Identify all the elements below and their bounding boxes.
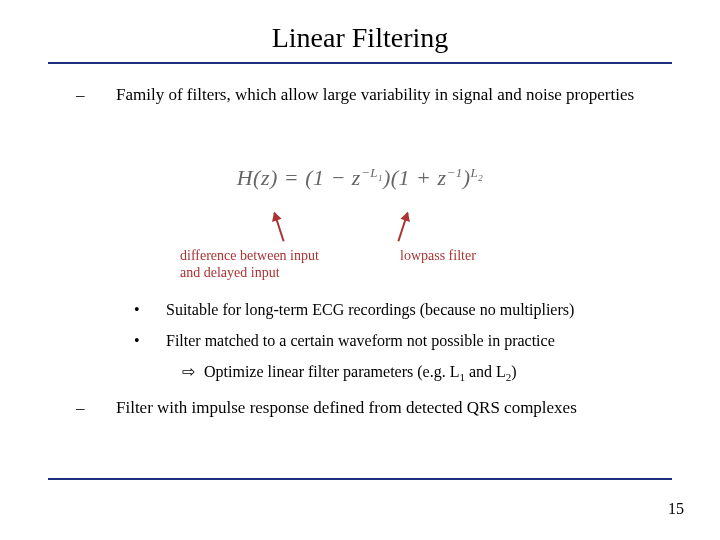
- formula-rhs: ): [463, 165, 471, 190]
- formula-mid: )(1 + z: [383, 165, 447, 190]
- annotations: difference between input and delayed inp…: [0, 200, 720, 290]
- formula-block: H(z) = (1 − z−L1)(1 + z−1)L2: [0, 165, 720, 191]
- bullet-filter-matched: •Filter matched to a certain waveform no…: [150, 329, 670, 354]
- content-block: –Family of filters, which allow large va…: [96, 84, 656, 113]
- page-number: 15: [668, 500, 684, 518]
- annotation-left-line2: and delayed input: [180, 265, 280, 280]
- arrow-glyph-icon: ⇨: [182, 360, 204, 385]
- bullet-suitable: •Suitable for long-term ECG recordings (…: [150, 298, 670, 323]
- dot-marker: •: [150, 329, 166, 354]
- formula-exp2: −1: [446, 165, 462, 180]
- page-title: Linear Filtering: [0, 22, 720, 54]
- formula-exp3: L2: [471, 165, 484, 180]
- sub-bullets: •Suitable for long-term ECG recordings (…: [150, 298, 670, 386]
- formula-exp1-pre: −L: [361, 165, 378, 180]
- optimize-mid: and L: [465, 363, 506, 380]
- bullet-text: Filter matched to a certain waveform not…: [166, 332, 555, 349]
- bullet-optimize: ⇨Optimize linear filter parameters (e.g.…: [150, 360, 670, 386]
- bullet-impulse-response: –Filter with impulse response defined fr…: [96, 398, 676, 424]
- formula-exp3-sub: 2: [478, 173, 483, 183]
- slide: Linear Filtering –Family of filters, whi…: [0, 0, 720, 540]
- bullet-family-of-filters: –Family of filters, which allow large va…: [96, 84, 656, 107]
- formula: H(z) = (1 − z−L1)(1 + z−1)L2: [237, 165, 484, 190]
- bullet-text: Suitable for long-term ECG recordings (b…: [166, 301, 574, 318]
- optimize-end: ): [511, 363, 516, 380]
- formula-lhs: H(z) = (1 − z: [237, 165, 361, 190]
- divider-top: [48, 62, 672, 64]
- arrow-left-icon: [273, 212, 284, 241]
- bullet-impulse-item: –Filter with impulse response defined fr…: [96, 398, 676, 418]
- bullet-text: Filter with impulse response defined fro…: [116, 398, 577, 417]
- dash-marker: –: [96, 84, 116, 107]
- dash-marker: –: [96, 398, 116, 418]
- bullet-text: Family of filters, which allow large var…: [116, 85, 634, 104]
- annotation-left-line1: difference between input: [180, 248, 319, 263]
- arrow-right-icon: [397, 212, 408, 241]
- annotation-difference: difference between input and delayed inp…: [180, 248, 360, 282]
- optimize-pre: Optimize linear filter parameters (e.g. …: [204, 363, 459, 380]
- dot-marker: •: [150, 298, 166, 323]
- divider-bottom: [48, 478, 672, 480]
- annotation-lowpass: lowpass filter: [400, 248, 540, 265]
- formula-exp1: −L1: [361, 165, 383, 180]
